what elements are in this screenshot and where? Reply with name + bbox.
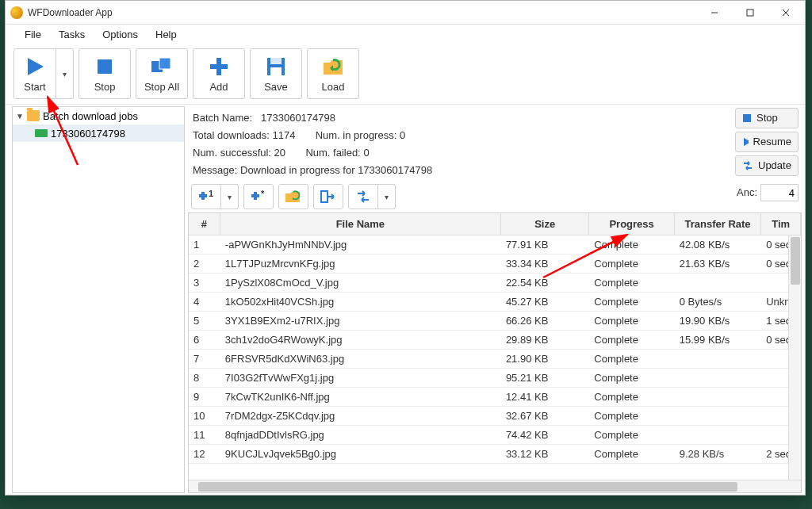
- cell-filename: 3ch1v2doG4RWowyK.jpg: [220, 334, 501, 346]
- vertical-scroll-thumb[interactable]: [791, 237, 800, 285]
- cell-rate: 19.90 KB/s: [675, 315, 761, 327]
- table-row[interactable]: 63ch1v2doG4RWowyK.jpg29.89 KBComplete15.…: [189, 331, 801, 350]
- table-row[interactable]: 107rDM2dgx-Z5KCdqv.jpg32.67 KBComplete: [189, 407, 801, 426]
- cell-num: 2: [189, 258, 220, 270]
- menu-options[interactable]: Options: [94, 27, 146, 42]
- start-button[interactable]: Start: [13, 48, 56, 99]
- cell-size: 66.26 KB: [501, 315, 589, 327]
- save-label: Save: [264, 81, 288, 93]
- cell-size: 12.41 KB: [501, 391, 589, 403]
- horizontal-scrollbar[interactable]: [189, 480, 801, 492]
- table-body[interactable]: 1-aPWGnKhJyHmNNbV.jpg77.91 KBComplete42.…: [189, 235, 801, 480]
- main-panel: Batch Name: 1733060174798 Total download…: [188, 106, 802, 493]
- stop-button[interactable]: Stop: [79, 48, 131, 99]
- save-icon: [265, 55, 287, 78]
- sidebar-tree[interactable]: ▼ Batch download jobs 1733060174798: [12, 106, 185, 493]
- refresh-dropdown[interactable]: ▾: [378, 184, 396, 209]
- table-row[interactable]: 87I03G2fTvWwFXg1j.jpg95.21 KBComplete: [189, 369, 801, 388]
- failed-label: Num. failed:: [305, 147, 360, 159]
- window-controls: [696, 1, 803, 25]
- cell-filename: 7I03G2fTvWwFXg1j.jpg: [220, 372, 501, 384]
- table-row[interactable]: 76FRSVR5dKdXWiN63.jpg21.90 KBComplete: [189, 350, 801, 369]
- svg-rect-9: [210, 64, 228, 69]
- horizontal-scroll-thumb[interactable]: [198, 482, 737, 492]
- plus-star-icon: *: [250, 189, 267, 205]
- plus-icon: [208, 55, 230, 78]
- table-row[interactable]: 129KUCJLvJqvek5Bg0.jpg33.12 KBComplete9.…: [189, 445, 801, 464]
- cell-progress: Complete: [589, 239, 674, 251]
- col-num[interactable]: #: [189, 213, 220, 235]
- cell-num: 10: [189, 410, 220, 422]
- cell-size: 32.67 KB: [501, 410, 589, 422]
- table-row[interactable]: 31PySzlX08CmOcd_V.jpg22.54 KBComplete: [189, 274, 801, 293]
- start-dropdown[interactable]: ▾: [56, 48, 74, 99]
- stop-all-label: Stop All: [144, 81, 179, 93]
- col-progress[interactable]: Progress: [589, 213, 674, 235]
- table-row[interactable]: 21L7TJPuzMrcvnKFg.jpg33.34 KBComplete21.…: [189, 254, 801, 274]
- table-row[interactable]: 41kO502xHit40VCSh.jpg45.27 KBComplete0 B…: [189, 293, 801, 312]
- menubar: File Tasks Options Help: [6, 25, 805, 44]
- menu-tasks[interactable]: Tasks: [51, 27, 93, 42]
- cell-size: 33.12 KB: [501, 448, 589, 460]
- cell-progress: Complete: [589, 296, 674, 308]
- add-one-button[interactable]: 1: [191, 184, 221, 209]
- export-button[interactable]: [313, 184, 343, 209]
- cell-filename: 7rDM2dgx-Z5KCdqv.jpg: [220, 410, 501, 422]
- anc-input[interactable]: [760, 184, 799, 201]
- col-size[interactable]: Size: [501, 213, 589, 235]
- close-button[interactable]: [768, 1, 803, 25]
- table-row[interactable]: 53YX1B9EXm2-u7RIX.jpg66.26 KBComplete19.…: [189, 312, 801, 331]
- cell-progress: Complete: [589, 429, 674, 441]
- stop-icon: [742, 113, 752, 123]
- table-row[interactable]: 1-aPWGnKhJyHmNNbV.jpg77.91 KBComplete42.…: [189, 235, 801, 254]
- tree-batch-label: 1733060174798: [51, 128, 125, 140]
- svg-rect-7: [159, 58, 170, 69]
- add-button[interactable]: Add: [193, 48, 245, 99]
- batch-stop-button[interactable]: Stop: [735, 108, 799, 128]
- failed-value: 0: [363, 147, 369, 159]
- cell-filename: -aPWGnKhJyHmNNbV.jpg: [220, 239, 501, 251]
- minimize-button[interactable]: [696, 1, 732, 25]
- app-window: WFDownloader App File Tasks Options Help…: [5, 0, 806, 496]
- tree-batch-item[interactable]: 1733060174798: [13, 124, 184, 142]
- batch-update-label: Update: [758, 157, 791, 174]
- col-time[interactable]: Tim: [761, 213, 801, 235]
- menu-help[interactable]: Help: [147, 27, 185, 42]
- table-header: # File Name Size Progress Transfer Rate …: [189, 213, 801, 235]
- stop-label: Stop: [94, 81, 116, 93]
- cell-progress: Complete: [589, 353, 674, 365]
- table-row[interactable]: 118qfnjadDDtIvlsRG.jpg74.42 KBComplete: [189, 426, 801, 445]
- play-icon: [742, 137, 749, 147]
- cell-size: 29.89 KB: [501, 334, 589, 346]
- batch-resume-button[interactable]: Resume: [735, 132, 799, 152]
- tree-root[interactable]: ▼ Batch download jobs: [13, 107, 184, 124]
- cell-size: 74.42 KB: [501, 429, 589, 441]
- batch-update-button[interactable]: Update: [735, 155, 799, 176]
- caret-down-icon[interactable]: ▼: [16, 112, 24, 121]
- plus-one-icon: 1: [197, 189, 215, 205]
- menu-file[interactable]: File: [17, 27, 49, 42]
- col-name[interactable]: File Name: [220, 213, 501, 235]
- svg-text:*: *: [261, 189, 265, 198]
- svg-rect-11: [270, 58, 282, 64]
- col-rate[interactable]: Transfer Rate: [675, 213, 761, 235]
- maximize-button[interactable]: [732, 1, 768, 25]
- cell-size: 22.54 KB: [501, 277, 589, 289]
- save-button[interactable]: Save: [250, 48, 302, 99]
- window-title: WFDownloader App: [28, 7, 696, 18]
- cell-progress: Complete: [589, 315, 674, 327]
- load-button[interactable]: Load: [307, 48, 359, 99]
- svg-rect-5: [98, 59, 112, 74]
- vertical-scrollbar[interactable]: [788, 235, 801, 480]
- refresh-button[interactable]: [348, 184, 378, 209]
- svg-marker-15: [744, 138, 749, 146]
- open-folder-button[interactable]: [278, 184, 308, 209]
- add-one-dropdown[interactable]: ▾: [221, 184, 239, 209]
- table-row[interactable]: 97kCwTK2unIK6-Nff.jpg12.41 KBComplete: [189, 388, 801, 407]
- start-label: Start: [24, 81, 45, 93]
- successful-value: 20: [274, 147, 285, 159]
- batch-name-label: Batch Name:: [193, 112, 252, 124]
- add-many-button[interactable]: *: [243, 184, 274, 209]
- anc-field: Anc:: [737, 184, 799, 201]
- stop-all-button[interactable]: Stop All: [136, 48, 188, 99]
